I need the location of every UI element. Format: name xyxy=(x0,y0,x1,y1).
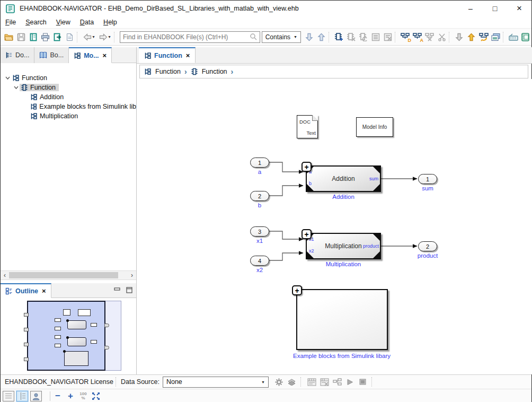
back-icon[interactable]: ▾ xyxy=(81,30,97,44)
maximize-button[interactable]: □ xyxy=(483,1,507,16)
view-document-icon[interactable] xyxy=(3,391,14,401)
open-icon[interactable] xyxy=(3,30,15,44)
keyboard-icon[interactable] xyxy=(507,30,519,44)
horizontal-scrollbar[interactable]: ‹ › xyxy=(1,270,136,280)
doc-text-block[interactable]: DOC Text xyxy=(297,115,318,138)
close-button[interactable]: × xyxy=(507,1,531,16)
minimize-panel-icon[interactable] xyxy=(114,287,121,293)
example-blocks-block[interactable] xyxy=(296,289,388,350)
inport-1[interactable]: 1 xyxy=(250,158,269,168)
search-input[interactable] xyxy=(120,33,250,41)
find-field[interactable] xyxy=(120,31,260,43)
remove-model-icon[interactable] xyxy=(345,30,357,44)
outport-sum[interactable]: 1 xyxy=(418,174,437,184)
expand-badge[interactable]: + xyxy=(302,229,312,239)
tree-item-function-root[interactable]: Function xyxy=(1,73,136,83)
handbook-icon[interactable] xyxy=(27,30,39,44)
measurement-config-icon[interactable] xyxy=(331,378,344,386)
zoom-100-icon[interactable]: 100% xyxy=(77,392,90,400)
breadcrumb-item[interactable]: Function xyxy=(202,68,227,75)
corner-decoration xyxy=(373,167,380,173)
close-tab-icon[interactable]: × xyxy=(103,51,107,59)
diagram-canvas[interactable]: DOC Text Model Info 1 a 2 b a b sum Addi… xyxy=(137,79,532,374)
chevron-down-icon[interactable] xyxy=(12,86,20,89)
tree-item-addition[interactable]: Addition xyxy=(1,92,136,102)
clear-list-icon[interactable] xyxy=(382,30,394,44)
menu-file[interactable]: File xyxy=(1,18,21,27)
forward-dropdown-icon[interactable]: ▾ xyxy=(108,34,110,39)
inport-3-label: x1 xyxy=(256,238,263,244)
menu-help[interactable]: Help xyxy=(99,18,122,27)
tab-bookmarks[interactable]: Bo... xyxy=(34,47,69,63)
addition-block[interactable]: a b sum Addition xyxy=(306,165,381,192)
remove-diagram-icon[interactable] xyxy=(423,30,436,44)
chevron-down-icon[interactable] xyxy=(4,76,11,80)
import-icon[interactable] xyxy=(453,30,465,44)
gear-icon[interactable] xyxy=(273,378,286,386)
add-model-icon[interactable] xyxy=(333,30,345,44)
outport-product[interactable]: 2 xyxy=(418,241,437,251)
export-handbook-icon[interactable] xyxy=(51,30,64,44)
multiplication-block[interactable]: x1 x2 product Multiplication xyxy=(306,233,381,259)
stop-icon[interactable] xyxy=(357,379,369,385)
inport-3[interactable]: 3 xyxy=(250,226,269,237)
menu-data[interactable]: Data xyxy=(75,18,99,27)
scroll-left-icon[interactable]: ‹ xyxy=(1,272,9,279)
minimize-button[interactable]: – xyxy=(458,1,483,16)
tree-item-multiplication[interactable]: Multiplication xyxy=(1,111,136,121)
next-result-icon[interactable] xyxy=(303,30,315,44)
toolbar-separator xyxy=(329,32,331,42)
view-split-icon[interactable] xyxy=(16,391,28,401)
menu-view[interactable]: View xyxy=(51,18,75,27)
model-info-block[interactable]: Model Info xyxy=(356,117,393,137)
expand-badge[interactable]: + xyxy=(292,285,302,295)
forward-icon[interactable]: ▾ xyxy=(97,30,113,44)
diagram-history-icon[interactable] xyxy=(477,30,490,44)
status-bar: EHANDBOOK_NAVIGATOR License Data Source:… xyxy=(1,374,531,389)
play-icon[interactable] xyxy=(344,379,357,386)
maximize-panel-icon[interactable] xyxy=(126,287,133,293)
corner-decoration xyxy=(373,234,380,241)
inport-4[interactable]: 4 xyxy=(250,256,269,266)
close-tab-icon[interactable]: × xyxy=(42,287,46,295)
tab-outline[interactable]: Outline × xyxy=(1,283,51,298)
prev-result-icon[interactable] xyxy=(315,30,327,44)
data-source-select[interactable]: None ▼ xyxy=(163,377,269,388)
toolbar-separator xyxy=(503,32,506,42)
inport-2[interactable]: 2 xyxy=(250,191,269,201)
fit-to-view-icon[interactable] xyxy=(90,392,102,400)
diagram-d-icon[interactable]: D xyxy=(399,30,411,44)
measurement-remove-icon[interactable] xyxy=(318,378,331,386)
tree-item-function-sub[interactable]: Function xyxy=(1,83,136,92)
expand-badge[interactable]: + xyxy=(302,162,312,172)
menu-search[interactable]: Search xyxy=(21,18,51,27)
close-tab-icon[interactable]: × xyxy=(186,51,190,59)
windows-icon[interactable] xyxy=(490,30,502,44)
tree-item-example-blocks[interactable]: Example blocks from Simulink lib xyxy=(1,102,136,111)
breadcrumb-item[interactable]: Function xyxy=(155,68,181,75)
pdf-icon[interactable] xyxy=(64,30,76,44)
measurement-icon[interactable] xyxy=(306,378,318,386)
refresh-model-icon[interactable] xyxy=(357,30,369,44)
contains-dropdown[interactable]: Contains ▼ xyxy=(262,31,301,43)
layers-icon[interactable] xyxy=(286,379,298,386)
diagram-a-icon[interactable]: A xyxy=(411,30,423,44)
outline-tabbar: Outline × xyxy=(1,283,136,298)
scissors-icon[interactable] xyxy=(436,30,448,44)
tab-function-diagram[interactable]: Function × xyxy=(139,47,196,63)
scrollbar-thumb[interactable] xyxy=(9,272,118,278)
save-icon[interactable] xyxy=(15,30,27,44)
print-icon[interactable] xyxy=(39,30,51,44)
tab-model[interactable]: Mo... × xyxy=(69,47,112,63)
scroll-right-icon[interactable]: › xyxy=(128,272,136,279)
zoom-in-icon[interactable]: + xyxy=(64,391,77,401)
list-icon[interactable] xyxy=(369,30,382,44)
back-dropdown-icon[interactable]: ▾ xyxy=(92,34,94,39)
export-icon[interactable] xyxy=(465,30,477,44)
model-info-label: Model Info xyxy=(362,124,387,130)
tab-documents[interactable]: Do... xyxy=(1,47,34,63)
notebook-icon[interactable] xyxy=(519,30,531,44)
outline-thumbnail[interactable] xyxy=(1,298,136,374)
view-person-icon[interactable] xyxy=(30,391,42,401)
zoom-out-icon[interactable]: − xyxy=(51,391,64,401)
